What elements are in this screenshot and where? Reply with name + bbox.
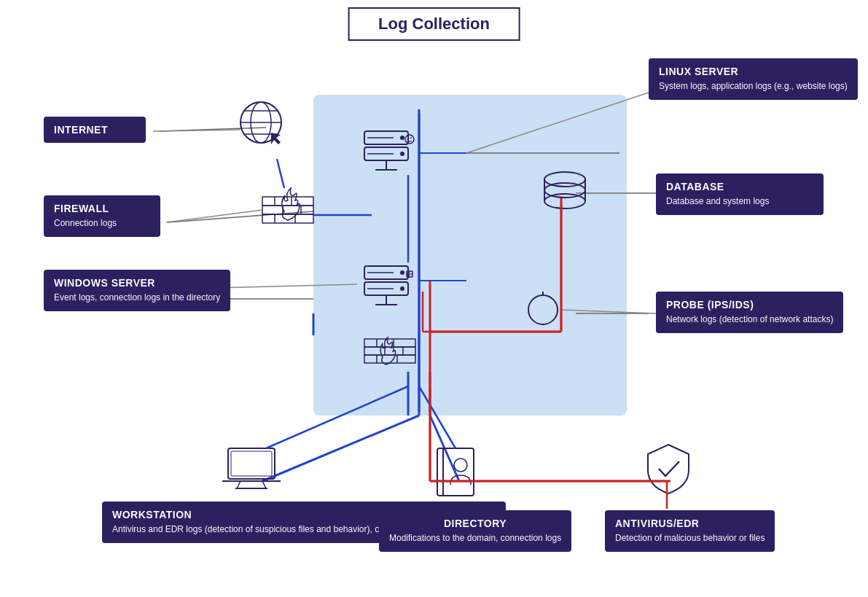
svg-point-48 (400, 136, 404, 140)
firewall-label: FIREWALL Connection logs (44, 195, 160, 237)
svg-rect-64 (364, 339, 415, 347)
svg-point-73 (528, 295, 558, 324)
svg-rect-27 (262, 197, 313, 206)
svg-point-51 (400, 152, 404, 156)
svg-line-11 (262, 415, 419, 481)
svg-rect-65 (364, 347, 415, 355)
probe-label: PROBE (IPS/IDS) Network logs (detection … (656, 292, 843, 333)
svg-rect-75 (228, 448, 275, 479)
windows-server-label: WINDOWS SERVER Event logs, connection lo… (44, 270, 230, 311)
svg-line-86 (166, 210, 262, 222)
workstation-icon (222, 445, 281, 496)
svg-line-79 (262, 481, 266, 488)
windows-server-icon (357, 262, 423, 321)
svg-point-83 (454, 459, 467, 472)
probe-icon (525, 292, 561, 328)
antivirus-icon (641, 441, 696, 499)
page-title: Log Collection (348, 7, 520, 41)
linux-server-icon (357, 128, 423, 186)
svg-line-84 (153, 130, 241, 131)
svg-rect-29 (262, 214, 313, 223)
firewall-icon (259, 182, 317, 241)
database-icon (539, 166, 590, 225)
svg-rect-28 (262, 206, 313, 214)
internet-icon (233, 95, 292, 160)
inner-firewall-icon (361, 332, 419, 383)
svg-point-63 (544, 183, 585, 198)
internet-label: INTERNET (44, 117, 146, 143)
svg-line-78 (237, 481, 241, 488)
svg-rect-66 (364, 355, 415, 363)
svg-marker-26 (271, 133, 281, 144)
svg-point-55 (405, 135, 414, 144)
antivirus-label: ANTIVIRUS/EDR Detection of malicious beh… (605, 510, 775, 552)
svg-point-40 (400, 286, 404, 291)
svg-rect-76 (231, 451, 272, 476)
svg-point-58 (410, 137, 412, 138)
svg-point-37 (400, 270, 404, 275)
svg-point-57 (407, 137, 409, 138)
database-label: DATABASE Database and system logs (656, 173, 824, 215)
linux-server-label: LINUX SERVER System logs, application lo… (649, 58, 858, 100)
directory-label: DIRECTORY Modifications to the domain, c… (379, 510, 571, 552)
directory-icon (430, 445, 481, 503)
